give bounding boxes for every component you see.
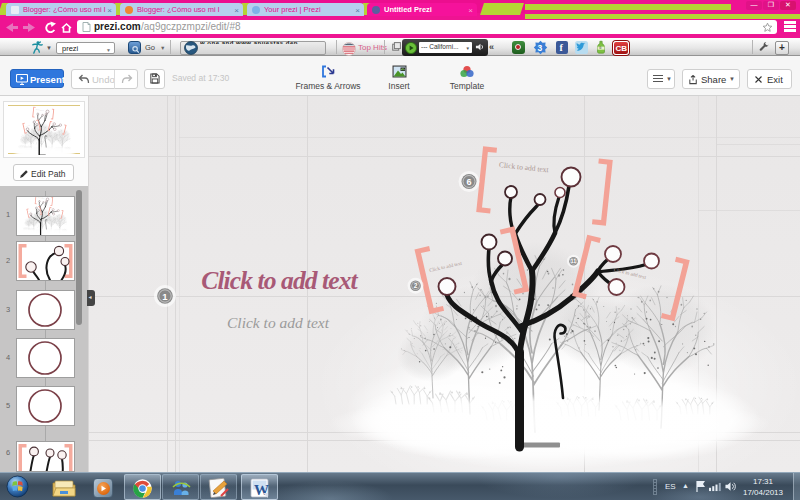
svg-text:11: 11 (571, 258, 577, 264)
svg-text:1: 1 (162, 291, 168, 302)
svg-text:Click to add text: Click to add text (227, 314, 330, 331)
svg-text:3: 3 (538, 43, 543, 53)
svg-text:2: 2 (414, 282, 418, 289)
svg-text:Click to add text: Click to add text (429, 261, 463, 273)
svg-text:6: 6 (466, 177, 471, 187)
svg-text:Click to add text: Click to add text (201, 266, 358, 295)
svg-text:Click to add text: Click to add text (499, 160, 550, 174)
